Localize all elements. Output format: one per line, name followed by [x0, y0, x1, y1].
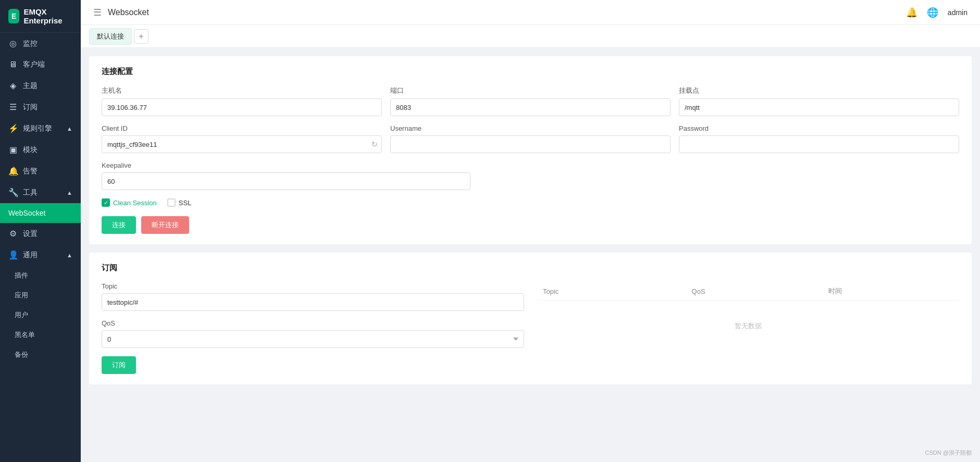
tools-icon: 🔧: [8, 188, 18, 197]
username-group: Username: [390, 124, 671, 153]
sidebar-label-clients: 客户端: [23, 60, 45, 69]
refresh-icon[interactable]: ↻: [371, 140, 378, 148]
keepalive-input[interactable]: [102, 172, 470, 190]
sidebar-item-monitor[interactable]: ◎ 监控: [0, 33, 81, 54]
sidebar-label-general: 通用: [23, 251, 38, 260]
qos-group: QoS 0 1 2: [102, 319, 524, 348]
sidebar-item-settings[interactable]: ⚙ 设置: [0, 223, 81, 244]
alerts-icon: 🔔: [8, 166, 18, 176]
modules-icon: ▣: [8, 145, 18, 155]
hostname-input[interactable]: [102, 98, 382, 116]
clients-icon: 🖥: [8, 60, 18, 69]
disconnect-button[interactable]: 断开连接: [141, 216, 189, 234]
col-time: 时间: [822, 282, 959, 301]
hostname-label: 主机名: [102, 86, 382, 95]
globe-icon[interactable]: 🌐: [927, 7, 938, 18]
hostname-group: 主机名: [102, 86, 382, 116]
logo-icon: E: [8, 9, 19, 23]
tab-add-button[interactable]: +: [134, 29, 148, 44]
sidebar-label-settings: 设置: [23, 229, 38, 239]
sidebar-item-websocket[interactable]: WebSocket: [0, 203, 81, 223]
keepalive-label: Keepalive: [102, 161, 470, 169]
ssl-box: [167, 198, 176, 207]
connect-button[interactable]: 连接: [102, 216, 136, 234]
sidebar-label-plugins: 插件: [15, 271, 28, 280]
general-arrow: ▲: [67, 252, 72, 258]
username-input[interactable]: [390, 135, 671, 153]
topbar-left: ☰ Websocket: [93, 7, 149, 18]
sidebar-item-clients[interactable]: 🖥 客户端: [0, 54, 81, 75]
clean-session-label: Clean Session: [113, 199, 157, 207]
table-head: Topic QoS 时间: [537, 282, 959, 301]
mount-label: 挂载点: [679, 86, 959, 95]
sidebar-label-modules: 模块: [23, 145, 38, 155]
sidebar-item-alerts[interactable]: 🔔 告警: [0, 160, 81, 182]
subscribe-table-container: Topic QoS 时间 暂无数据: [537, 282, 959, 374]
topics-icon: ◈: [8, 81, 18, 91]
col-topic: Topic: [537, 282, 686, 301]
connection-panel: 连接配置 主机名 端口 挂载点 Client ID: [89, 56, 972, 244]
subscribe-button[interactable]: 订阅: [102, 356, 136, 374]
rules-arrow: ▲: [67, 126, 72, 132]
topic-group: Topic: [102, 282, 524, 311]
password-input[interactable]: [679, 135, 959, 153]
sidebar-label-alerts: 告警: [23, 167, 38, 176]
connection-title: 连接配置: [102, 67, 959, 77]
tabs-row: 默认连接 +: [81, 25, 980, 48]
page-title: Websocket: [108, 8, 149, 17]
subscribe-title: 订阅: [102, 263, 959, 273]
col-qos: QoS: [686, 282, 823, 301]
tab-default-label: 默认连接: [97, 32, 124, 41]
sidebar-item-backup[interactable]: 备份: [0, 345, 81, 365]
sidebar-item-general[interactable]: 👤 通用 ▲: [0, 244, 81, 266]
port-label: 端口: [390, 86, 671, 95]
table-empty-row: 暂无数据: [537, 301, 959, 352]
sidebar-label-blacklist: 黑名单: [15, 330, 35, 340]
tab-default[interactable]: 默认连接: [89, 28, 132, 45]
clean-session-box: [102, 198, 110, 207]
mount-group: 挂载点: [679, 86, 959, 116]
rules-icon: ⚡: [8, 123, 18, 133]
qos-select[interactable]: 0 1 2: [102, 330, 524, 348]
sidebar-item-blacklist[interactable]: 黑名单: [0, 325, 81, 345]
subscribe-panel: 订阅 Topic QoS 0 1 2: [89, 253, 972, 384]
clientid-input[interactable]: [102, 135, 382, 153]
sidebar-item-topics[interactable]: ◈ 主题: [0, 75, 81, 96]
sidebar-item-apps[interactable]: 应用: [0, 285, 81, 305]
sidebar-label-subscriptions: 订阅: [23, 103, 38, 112]
port-input[interactable]: [390, 98, 671, 116]
sidebar-item-rules[interactable]: ⚡ 规则引擎 ▲: [0, 118, 81, 139]
sidebar: E EMQX Enterprise ◎ 监控 🖥 客户端 ◈ 主题 ☰ 订阅 ⚡…: [0, 0, 81, 462]
topic-input[interactable]: [102, 293, 524, 311]
clean-session-checkbox[interactable]: Clean Session: [102, 198, 157, 207]
monitor-icon: ◎: [8, 39, 18, 48]
sidebar-label-users: 用户: [15, 310, 28, 320]
username-label: Username: [390, 124, 671, 132]
sidebar-label-websocket: WebSocket: [8, 209, 45, 217]
ssl-checkbox[interactable]: SSL: [167, 198, 192, 207]
table-header-row: Topic QoS 时间: [537, 282, 959, 301]
sidebar-label-tools: 工具: [23, 188, 38, 197]
sidebar-item-tools[interactable]: 🔧 工具 ▲: [0, 182, 81, 203]
user-name: admin: [948, 8, 967, 17]
sidebar-item-plugins[interactable]: 插件: [0, 266, 81, 285]
keepalive-group: Keepalive: [102, 161, 470, 190]
table-body: 暂无数据: [537, 301, 959, 352]
subscribe-form: Topic QoS 0 1 2 订阅: [102, 282, 524, 374]
subscriptions-icon: ☰: [8, 102, 18, 112]
ssl-label: SSL: [179, 199, 192, 207]
sidebar-item-subscriptions[interactable]: ☰ 订阅: [0, 96, 81, 118]
clientid-group: Client ID ↻: [102, 124, 382, 153]
mount-input[interactable]: [679, 98, 959, 116]
bell-icon[interactable]: 🔔: [906, 7, 917, 18]
buttons-row: 连接 断开连接: [102, 216, 959, 234]
settings-icon: ⚙: [8, 229, 18, 239]
port-group: 端口: [390, 86, 671, 116]
password-label: Password: [679, 124, 959, 132]
sidebar-label-topics: 主题: [23, 81, 38, 91]
hamburger-icon[interactable]: ☰: [93, 7, 102, 18]
topbar-right: 🔔 🌐 admin: [906, 7, 967, 18]
sidebar-item-users[interactable]: 用户: [0, 305, 81, 325]
sidebar-label-backup: 备份: [15, 350, 28, 359]
sidebar-item-modules[interactable]: ▣ 模块: [0, 139, 81, 160]
